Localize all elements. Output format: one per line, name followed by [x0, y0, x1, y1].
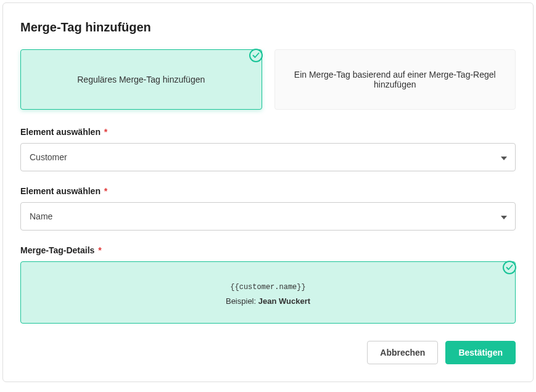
- required-indicator: *: [96, 245, 101, 255]
- merge-tag-code: {{customer.name}}: [33, 283, 503, 292]
- merge-tag-modal: Merge-Tag hinzufügen Reguläres Merge-Tag…: [2, 2, 534, 382]
- required-indicator: *: [102, 127, 107, 137]
- option-regular-label: Reguläres Merge-Tag hinzufügen: [77, 75, 205, 84]
- select2-wrap: Name: [20, 202, 516, 231]
- form-group-element-1: Element auswählen * Customer: [20, 127, 516, 171]
- details-label-text: Merge-Tag-Details: [20, 245, 94, 255]
- required-indicator: *: [102, 186, 107, 196]
- option-rule-label: Ein Merge-Tag basierend auf einer Merge-…: [287, 70, 503, 89]
- select2-label: Element auswählen *: [20, 186, 516, 196]
- option-row: Reguläres Merge-Tag hinzufügen Ein Merge…: [20, 49, 516, 110]
- select1-label-text: Element auswählen: [20, 127, 101, 137]
- select-element-1[interactable]: Customer: [20, 143, 516, 171]
- select2-label-text: Element auswählen: [20, 186, 101, 196]
- form-group-details: Merge-Tag-Details * {{customer.name}} Be…: [20, 245, 516, 324]
- check-icon: [503, 261, 516, 274]
- example-line: Beispiel: Jean Wuckert: [33, 296, 503, 306]
- confirm-button[interactable]: Bestätigen: [445, 341, 516, 364]
- form-group-element-2: Element auswählen * Name: [20, 186, 516, 231]
- example-value: Jean Wuckert: [258, 296, 310, 306]
- cancel-button[interactable]: Abbrechen: [367, 341, 438, 364]
- modal-footer: Abbrechen Bestätigen: [20, 341, 516, 364]
- option-rule-merge-tag[interactable]: Ein Merge-Tag basierend auf einer Merge-…: [274, 49, 516, 110]
- select1-label: Element auswählen *: [20, 127, 516, 137]
- modal-title: Merge-Tag hinzufügen: [20, 20, 516, 35]
- details-label: Merge-Tag-Details *: [20, 245, 516, 255]
- select-element-2[interactable]: Name: [20, 202, 516, 231]
- option-regular-merge-tag[interactable]: Reguläres Merge-Tag hinzufügen: [20, 49, 262, 110]
- select1-wrap: Customer: [20, 143, 516, 171]
- check-icon: [249, 49, 263, 62]
- merge-tag-details-box: {{customer.name}} Beispiel: Jean Wuckert: [20, 261, 516, 324]
- select2-value: Name: [30, 211, 52, 221]
- select1-value: Customer: [30, 152, 67, 162]
- example-prefix: Beispiel:: [226, 296, 256, 306]
